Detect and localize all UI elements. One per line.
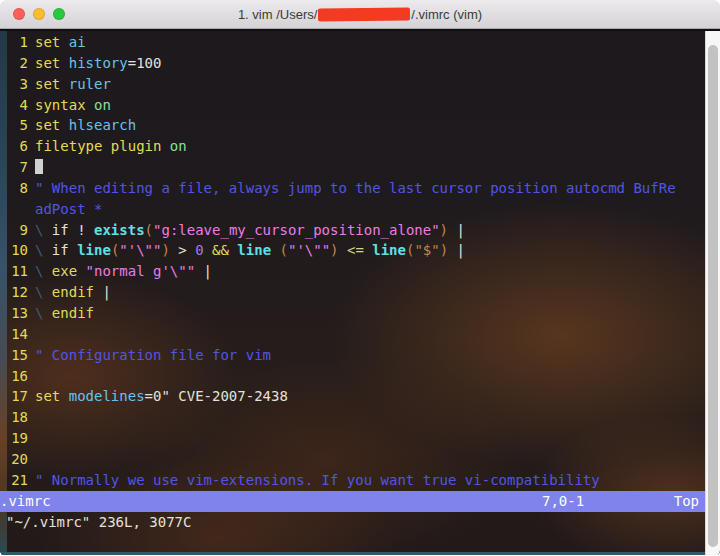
code-segment: syntax bbox=[35, 97, 94, 113]
editor-row: 12\ endif | bbox=[8, 282, 705, 303]
editor-lines[interactable]: 1set ai2set history=1003set ruler4syntax… bbox=[0, 31, 705, 491]
code-segment: "'\"" bbox=[119, 242, 161, 258]
editor-row: 13\ endif bbox=[8, 303, 705, 324]
code-segment: set bbox=[35, 34, 69, 50]
scrollbar-thumb[interactable] bbox=[708, 45, 718, 547]
code-segment: \ bbox=[35, 242, 52, 258]
editor-row: 4syntax on bbox=[8, 95, 705, 116]
code-segment: history bbox=[69, 55, 128, 71]
code-segment: | bbox=[448, 222, 465, 238]
code-segment: ( bbox=[280, 242, 288, 258]
line-number: 3 bbox=[8, 74, 28, 95]
editor-row: adPost * bbox=[8, 199, 705, 220]
code-segment: ) bbox=[440, 222, 448, 238]
statusline-filename: .vimrc bbox=[0, 491, 51, 512]
editor-row: 16 bbox=[8, 366, 705, 387]
minimize-button[interactable] bbox=[33, 8, 45, 20]
line-number: 9 bbox=[8, 220, 28, 241]
terminal-content[interactable]: 1set ai2set history=1003set ruler4syntax… bbox=[0, 29, 720, 555]
editor-row: 11\ exe "normal g'\"" | bbox=[8, 261, 705, 282]
terminal-window: 1. vim /Users//.vimrc (vim) 1set ai2set … bbox=[0, 0, 720, 556]
editor-row: 5set hlsearch bbox=[8, 115, 705, 136]
code-segment: "'\"" bbox=[288, 242, 330, 258]
zoom-button[interactable] bbox=[53, 8, 65, 20]
code-segment: \ bbox=[35, 305, 52, 321]
line-number: 10 bbox=[8, 240, 28, 261]
code-segment: set bbox=[35, 117, 69, 133]
line-number: 14 bbox=[8, 324, 28, 345]
code-segment: " Normally we use vim-extensions. If you… bbox=[35, 472, 600, 488]
code-segment: | bbox=[195, 263, 212, 279]
line-number: 12 bbox=[8, 282, 28, 303]
code-segment: endif bbox=[52, 284, 94, 300]
code-segment: 0 bbox=[195, 242, 203, 258]
line-number: 20 bbox=[8, 449, 28, 470]
line-number: 18 bbox=[8, 407, 28, 428]
code-segment: set bbox=[35, 76, 69, 92]
code-segment: =100 bbox=[128, 55, 162, 71]
code-segment: && bbox=[204, 242, 238, 258]
code-segment: modelines bbox=[69, 388, 145, 404]
code-segment: endif bbox=[52, 305, 94, 321]
line-number: 2 bbox=[8, 53, 28, 74]
line-number: 19 bbox=[8, 428, 28, 449]
editor-row: 1set ai bbox=[8, 32, 705, 53]
code-segment: =0" CVE-2007-2438 bbox=[145, 388, 288, 404]
code-segment: hlsearch bbox=[69, 117, 136, 133]
editor-row: 15" Configuration file for vim bbox=[8, 345, 705, 366]
code-segment: if ! bbox=[52, 222, 94, 238]
line-number: 7 bbox=[8, 157, 28, 178]
code-segment bbox=[271, 242, 279, 258]
code-segment: > bbox=[170, 242, 195, 258]
code-segment: | bbox=[448, 242, 465, 258]
code-segment: set bbox=[35, 55, 69, 71]
line-number: 21 bbox=[8, 470, 28, 491]
line-number: 5 bbox=[8, 115, 28, 136]
line-number: 11 bbox=[8, 261, 28, 282]
line-number: 4 bbox=[8, 95, 28, 116]
code-segment: set bbox=[35, 388, 69, 404]
editor-row: 10\ if line("'\"") > 0 && line ("'\"") <… bbox=[8, 240, 705, 261]
code-segment: ) bbox=[330, 242, 338, 258]
code-segment: line bbox=[77, 242, 111, 258]
traffic-lights bbox=[13, 8, 65, 20]
window-title-prefix: 1. vim /Users/ bbox=[238, 7, 317, 22]
code-segment: "g:leave_my_cursor_position_alone" bbox=[153, 222, 440, 238]
line-number: 16 bbox=[8, 366, 28, 387]
code-segment: \ bbox=[35, 284, 52, 300]
code-segment: ruler bbox=[69, 76, 111, 92]
code-segment: | bbox=[94, 284, 111, 300]
code-segment: ( bbox=[145, 222, 153, 238]
window-title-suffix: /.vimrc (vim) bbox=[411, 7, 482, 22]
code-segment: adPost * bbox=[35, 201, 102, 217]
title-bar[interactable]: 1. vim /Users//.vimrc (vim) bbox=[0, 0, 720, 29]
code-segment: filetype plugin bbox=[35, 138, 170, 154]
editor-row: 3set ruler bbox=[8, 74, 705, 95]
code-segment: if bbox=[52, 242, 77, 258]
code-segment: " When editing a file, always jump to th… bbox=[35, 180, 676, 196]
code-segment: ai bbox=[69, 34, 86, 50]
code-segment: ("$") bbox=[406, 242, 448, 258]
line-number: 15 bbox=[8, 345, 28, 366]
scrollbar[interactable] bbox=[705, 31, 720, 555]
editor-row: 18 bbox=[8, 407, 705, 428]
code-segment: on bbox=[170, 138, 187, 154]
line-number: 6 bbox=[8, 136, 28, 157]
code-segment: \ bbox=[35, 222, 52, 238]
editor-row: 7 bbox=[8, 157, 705, 178]
line-number: 17 bbox=[8, 386, 28, 407]
code-segment: \ bbox=[35, 263, 52, 279]
code-segment: " Configuration file for vim bbox=[35, 347, 271, 363]
line-number: 8 bbox=[8, 178, 28, 199]
window-title: 1. vim /Users//.vimrc (vim) bbox=[238, 7, 482, 22]
statusline-ruler: 7,0-1 bbox=[542, 491, 584, 512]
code-segment: ) bbox=[161, 242, 169, 258]
editor-row: 2set history=100 bbox=[8, 53, 705, 74]
code-segment: "normal g'\"" bbox=[86, 263, 196, 279]
vim-command-line: "~/.vimrc" 236L, 3077C bbox=[0, 512, 705, 533]
redacted-username bbox=[318, 7, 410, 21]
vim-statusline: .vimrc 7,0-1 Top bbox=[0, 491, 705, 512]
wallpaper-bottom-edge bbox=[0, 552, 720, 555]
close-button[interactable] bbox=[13, 8, 25, 20]
code-segment: on bbox=[94, 97, 111, 113]
